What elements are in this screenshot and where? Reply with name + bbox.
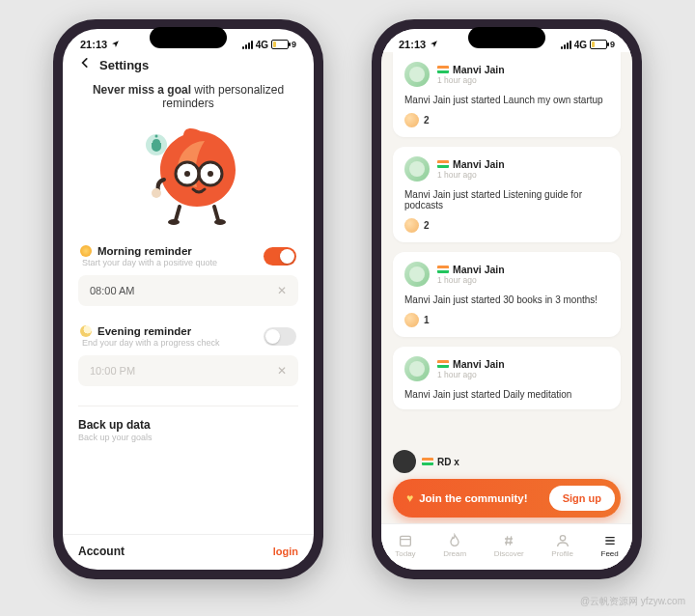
- signal-icon: [561, 41, 571, 49]
- tab-bar: Today Dream Discover Profile Feed: [381, 523, 632, 570]
- clap-icon: [404, 113, 419, 127]
- location-icon: [430, 39, 438, 50]
- network-label: 4G: [256, 40, 268, 50]
- notch: [150, 27, 227, 48]
- cta-text: Join the community!: [419, 492, 527, 504]
- sun-icon: [80, 245, 92, 257]
- feed-item[interactable]: Manvi Jain 1 hour ago Manvi Jain just st…: [393, 147, 621, 242]
- avatar[interactable]: [404, 356, 430, 381]
- feed-time: 1 hour ago: [437, 75, 505, 85]
- battery-icon: [590, 40, 607, 49]
- tab-feed[interactable]: Feed: [601, 533, 619, 558]
- hero-text: Never miss a goal with personalized remi…: [78, 83, 298, 110]
- feed-time: 1 hour ago: [437, 370, 505, 379]
- login-link[interactable]: login: [273, 546, 298, 557]
- backup-sub: Back up your goals: [78, 433, 298, 442]
- flag-icon: [437, 266, 449, 273]
- feed-time: 1 hour ago: [437, 170, 505, 180]
- feed-icon: [601, 533, 619, 548]
- calendar-icon: [397, 533, 414, 548]
- battery-pct: 9: [292, 40, 296, 49]
- avatar[interactable]: [404, 62, 430, 87]
- moon-icon: [80, 325, 92, 337]
- phone-settings: 21:13 4G 9 Settings: [53, 19, 323, 579]
- morning-label: Morning reminder: [97, 245, 192, 257]
- back-button[interactable]: [78, 56, 92, 73]
- account-label: Account: [78, 545, 125, 558]
- feed-time: 1 hour ago: [437, 275, 505, 285]
- feed-user: Manvi Jain: [453, 158, 505, 170]
- evening-sub: End your day with a progress check: [80, 338, 220, 348]
- feed-item-peek[interactable]: RD x: [393, 450, 459, 473]
- phone-feed: 21:13 4G 9 Manvi Jain 1 hour ag: [372, 19, 642, 579]
- user-icon: [554, 533, 571, 548]
- network-label: 4G: [574, 40, 587, 50]
- svg-rect-12: [401, 536, 411, 546]
- morning-sub: Start your day with a positive quote: [80, 258, 217, 267]
- battery-pct: 9: [610, 40, 615, 49]
- svg-point-8: [208, 171, 213, 177]
- svg-point-7: [184, 171, 190, 177]
- clap-button[interactable]: 1: [404, 313, 609, 327]
- page-title: Settings: [99, 58, 149, 72]
- feed-body: Manvi Jain just started Launch my own st…: [404, 95, 609, 105]
- backup-title: Back up data: [78, 418, 298, 432]
- feed-item[interactable]: Manvi Jain 1 hour ago Manvi Jain just st…: [393, 347, 621, 409]
- feed-user: Manvi Jain: [453, 64, 505, 75]
- flag-icon: [437, 160, 449, 168]
- feed-user: Manvi Jain: [453, 358, 505, 370]
- avatar: [393, 450, 416, 473]
- evening-label: Evening reminder: [97, 325, 191, 337]
- heart-icon: ♥: [406, 491, 413, 505]
- flag-icon: [422, 458, 433, 465]
- feed-body: Manvi Jain just started Listening guide …: [404, 189, 609, 210]
- evening-toggle[interactable]: [264, 327, 296, 346]
- svg-point-1: [155, 135, 158, 138]
- avatar[interactable]: [404, 262, 430, 287]
- watermark: @云帆资源网 yfzyw.com: [580, 595, 685, 608]
- morning-toggle[interactable]: [264, 247, 296, 266]
- feed-item[interactable]: Manvi Jain 1 hour ago Manvi Jain just st…: [393, 252, 621, 337]
- feed-body: Manvi Jain just started Daily meditation: [404, 389, 609, 400]
- signal-icon: [242, 41, 253, 49]
- join-community-banner: ♥Join the community! Sign up: [393, 479, 621, 518]
- clear-icon[interactable]: ✕: [277, 284, 287, 297]
- signup-button[interactable]: Sign up: [549, 486, 615, 511]
- clear-icon[interactable]: ✕: [277, 364, 287, 378]
- evening-time-input[interactable]: 10:00 PM ✕: [78, 355, 298, 386]
- svg-point-11: [214, 219, 226, 225]
- tab-today[interactable]: Today: [395, 533, 415, 558]
- clap-button[interactable]: 2: [404, 218, 609, 233]
- tab-dream[interactable]: Dream: [443, 533, 466, 558]
- mascot-illustration: [78, 120, 298, 226]
- tab-discover[interactable]: Discover: [494, 533, 524, 558]
- battery-icon: [271, 40, 289, 49]
- feed-body: Manvi Jain just started 30 books in 3 mo…: [404, 294, 609, 305]
- svg-point-14: [560, 535, 565, 540]
- tab-profile[interactable]: Profile: [551, 533, 573, 558]
- flame-icon: [446, 533, 463, 548]
- svg-point-9: [152, 188, 161, 198]
- feed-item[interactable]: Manvi Jain 1 hour ago Manvi Jain just st…: [393, 52, 621, 137]
- clap-button[interactable]: 2: [404, 113, 609, 127]
- location-icon: [111, 39, 120, 50]
- flag-icon: [437, 360, 449, 368]
- clap-icon: [404, 218, 419, 233]
- svg-point-10: [168, 219, 180, 225]
- hash-icon: [500, 533, 517, 548]
- clap-icon: [404, 313, 419, 327]
- status-time: 21:13: [80, 39, 107, 50]
- feed-user: Manvi Jain: [453, 264, 505, 275]
- morning-time-input[interactable]: 08:00 AM ✕: [78, 275, 298, 306]
- avatar[interactable]: [404, 156, 430, 182]
- notch: [468, 27, 545, 48]
- status-time: 21:13: [399, 39, 426, 50]
- flag-icon: [437, 66, 449, 73]
